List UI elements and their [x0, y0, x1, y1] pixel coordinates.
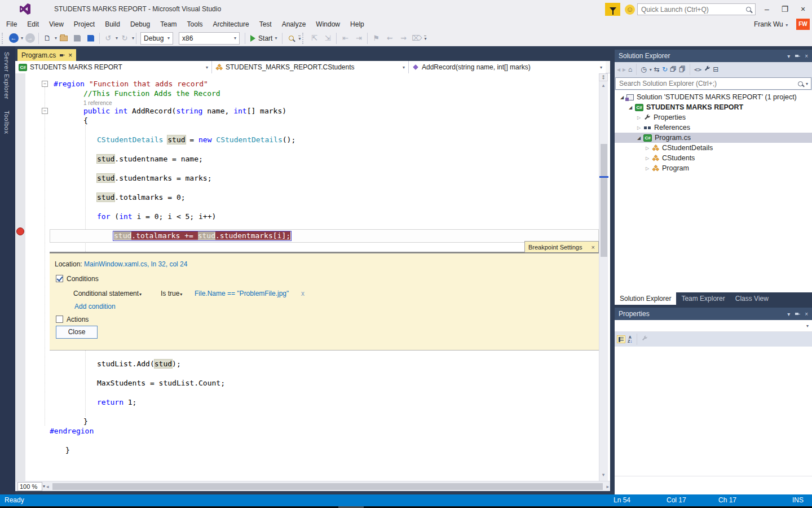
- properties-titlebar[interactable]: Properties ▾ ×: [615, 308, 812, 320]
- project-dropdown[interactable]: C# STUDENTS MARKS REPORT▾: [15, 61, 212, 73]
- menu-item-test[interactable]: Test: [254, 19, 277, 30]
- side-tab-toolbox[interactable]: Toolbox: [0, 105, 14, 139]
- maximize-button[interactable]: ❐: [777, 3, 793, 15]
- tree-item-cstudentdetails[interactable]: ▷CStudentDetails: [615, 143, 812, 153]
- toolbar-grip[interactable]: [2, 33, 5, 44]
- indent-increase-icon[interactable]: ⇥: [352, 32, 365, 45]
- step-into-icon[interactable]: ⇲: [321, 32, 334, 45]
- tool-tab-solution-explorer[interactable]: Solution Explorer: [615, 292, 676, 305]
- solution-explorer-titlebar[interactable]: Solution Explorer ▾ ×: [615, 50, 812, 62]
- condition-operator-dropdown[interactable]: Is true▾: [161, 290, 182, 297]
- tab-close-icon[interactable]: ×: [68, 51, 72, 59]
- tree-expander-icon[interactable]: ▷: [645, 146, 650, 151]
- tree-expander-icon[interactable]: ▷: [645, 156, 650, 161]
- nest-files-icon[interactable]: 🗇: [670, 65, 677, 73]
- breakpoint-indicator[interactable]: [16, 227, 24, 235]
- save-all-icon[interactable]: [84, 32, 98, 45]
- tree-expander-icon[interactable]: ◢: [619, 95, 625, 100]
- auto-hide-pin-icon[interactable]: [795, 53, 800, 59]
- property-pages-wrench-icon[interactable]: [641, 335, 648, 344]
- menu-item-window[interactable]: Window: [311, 19, 345, 30]
- document-tab-program-cs[interactable]: Program.cs ×: [17, 49, 76, 61]
- tree-expander-icon[interactable]: ▷: [636, 125, 642, 130]
- categorized-icon[interactable]: [617, 335, 625, 343]
- step-over-icon[interactable]: ⇱: [307, 32, 321, 45]
- scroll-up-arrow[interactable]: ▴: [599, 82, 608, 89]
- start-debug-button[interactable]: Start▾: [247, 34, 280, 42]
- tree-expander-icon[interactable]: ◢: [628, 105, 633, 110]
- sync-with-active-document-icon[interactable]: ⇆: [654, 65, 660, 73]
- quick-launch-input[interactable]: [638, 6, 746, 14]
- menu-item-debug[interactable]: Debug: [125, 19, 155, 30]
- toolbar-overflow[interactable]: ▾: [298, 36, 301, 41]
- collapse-all-icon[interactable]: ⊟: [713, 65, 718, 73]
- solution-explorer-close-icon[interactable]: ×: [805, 53, 808, 59]
- menu-item-file[interactable]: File: [1, 19, 22, 30]
- save-icon[interactable]: [70, 32, 84, 45]
- menu-item-project[interactable]: Project: [69, 19, 100, 30]
- close-button-peek[interactable]: Close: [56, 326, 98, 339]
- tree-item-properties[interactable]: ▷Properties: [615, 112, 812, 122]
- previous-bookmark-icon[interactable]: ⇜: [383, 32, 396, 45]
- bookmark-toolbar-overflow[interactable]: ▾: [424, 36, 426, 41]
- condition-expression[interactable]: File.Name == "ProblemFile.jpg": [195, 290, 289, 297]
- minimize-button[interactable]: –: [759, 3, 775, 15]
- solution-configuration-combo[interactable]: Debug▾: [140, 32, 173, 45]
- feedback-filter-icon[interactable]: [605, 3, 620, 16]
- actions-checkbox[interactable]: [56, 316, 63, 323]
- menu-item-team[interactable]: Team: [155, 19, 182, 30]
- menu-item-build[interactable]: Build: [100, 19, 125, 30]
- condition-kind-dropdown[interactable]: Conditional statement▾: [73, 290, 142, 297]
- forward-icon[interactable]: ▸: [623, 65, 626, 73]
- pending-changes-filter-icon[interactable]: ◷: [641, 65, 646, 73]
- open-file-icon[interactable]: [57, 32, 70, 45]
- peek-close-icon[interactable]: ×: [592, 244, 595, 251]
- undo-icon[interactable]: ↺: [102, 32, 115, 45]
- type-dropdown[interactable]: STUDENTS_MARKS_REPORT.CStudents▾: [212, 61, 409, 73]
- indent-decrease-icon[interactable]: ⇤: [338, 32, 352, 45]
- tree-item-program-cs[interactable]: ◢C#Program.cs: [615, 133, 812, 143]
- menu-item-architecture[interactable]: Architecture: [208, 19, 254, 30]
- window-position-icon[interactable]: ▾: [787, 53, 790, 59]
- solution-platform-combo[interactable]: x86▾: [179, 32, 240, 45]
- remove-condition-button[interactable]: x: [301, 290, 304, 297]
- menu-item-help[interactable]: Help: [345, 19, 369, 30]
- tree-item-solution-students-marks-report-1-project[interactable]: ◢Solution 'STUDENTS MARKS REPORT' (1 pro…: [615, 92, 812, 102]
- menu-item-edit[interactable]: Edit: [22, 19, 44, 30]
- back-icon[interactable]: ◂: [617, 65, 620, 73]
- pin-icon[interactable]: [59, 52, 65, 58]
- close-button[interactable]: ×: [795, 3, 811, 15]
- tree-item-cstudents[interactable]: ▷CStudents: [615, 153, 812, 163]
- clear-bookmarks-icon[interactable]: ⌦: [410, 32, 423, 45]
- properties-wrench-icon[interactable]: [704, 65, 710, 74]
- editor-zoom-combo[interactable]: 100 %: [17, 482, 42, 491]
- properties-close-icon[interactable]: ×: [805, 311, 808, 317]
- auto-hide-pin-icon[interactable]: [795, 311, 800, 317]
- tree-expander-icon[interactable]: ▷: [636, 115, 642, 120]
- bookmark-icon[interactable]: ⚑: [369, 32, 383, 45]
- search-icon[interactable]: [746, 7, 751, 12]
- add-condition-link[interactable]: Add condition: [74, 303, 116, 310]
- scroll-left-arrow[interactable]: ◂: [45, 484, 50, 489]
- view-code-icon[interactable]: <>: [694, 66, 701, 73]
- outline-collapse-method[interactable]: −: [42, 108, 48, 114]
- scroll-right-arrow[interactable]: ▸: [605, 484, 610, 489]
- feedback-smiley-icon[interactable]: ☺: [625, 5, 635, 15]
- horizontal-scrollbar-thumb[interactable]: [52, 483, 603, 490]
- tool-tab-class-view[interactable]: Class View: [730, 292, 774, 305]
- redo-dropdown[interactable]: ▾: [132, 36, 134, 41]
- tree-expander-icon[interactable]: ◢: [636, 135, 642, 141]
- properties-object-combo[interactable]: ▾: [615, 320, 812, 332]
- editor-vertical-scrollbar[interactable]: [599, 73, 608, 481]
- menu-item-analyze[interactable]: Analyze: [277, 19, 311, 30]
- breakpoint-gutter[interactable]: [15, 73, 25, 481]
- find-in-files-icon[interactable]: [284, 32, 298, 45]
- side-tab-server-explorer[interactable]: Server Explorer: [0, 46, 14, 105]
- breakpoint-settings-tab[interactable]: Breakpoint Settings ×: [524, 241, 599, 252]
- show-all-files-icon[interactable]: 🗍: [679, 65, 686, 73]
- redo-icon[interactable]: ↻: [118, 32, 131, 45]
- menu-item-tools[interactable]: Tools: [182, 19, 208, 30]
- breakpoint-location-link[interactable]: MainWindow.xaml.cs, ln 32, col 24: [84, 260, 187, 268]
- tool-tab-team-explorer[interactable]: Team Explorer: [676, 292, 730, 305]
- navigate-back-button[interactable]: ←: [7, 32, 20, 45]
